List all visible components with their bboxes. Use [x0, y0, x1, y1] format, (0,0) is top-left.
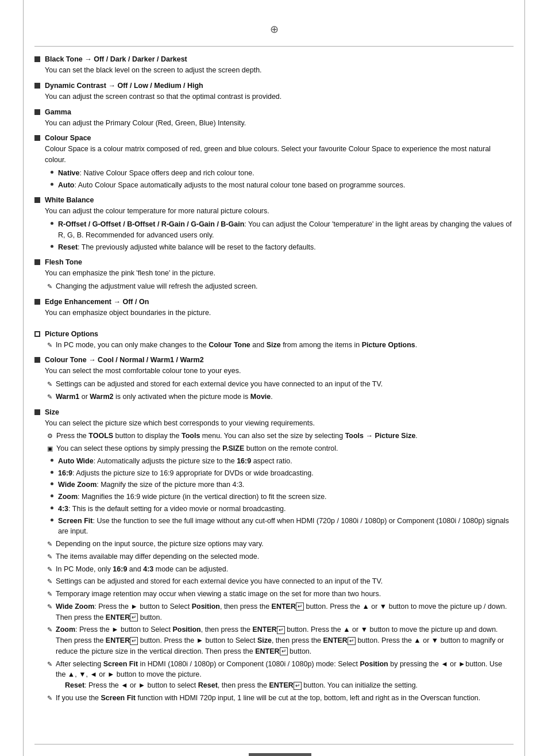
- list-item: 4:3: This is the default setting for a v…: [51, 504, 514, 515]
- body-text: You can emphasize the pink 'flesh tone' …: [45, 268, 514, 279]
- bullet-text: Zoom: Magnifies the 16:9 wide picture (i…: [58, 492, 327, 502]
- bullet-icon: [34, 135, 40, 141]
- list-item: Zoom: Magnifies the 16:9 wide picture (i…: [51, 492, 514, 502]
- circle-bullet: [51, 471, 53, 474]
- body-text: You can select the most comfortable colo…: [45, 366, 514, 377]
- colour-space-bullets: Native: Native Colour Space offers deep …: [45, 168, 514, 191]
- note-item: ✎ The items available may differ dependi…: [45, 551, 514, 562]
- body-text: You can adjust the Primary Colour (Red, …: [45, 118, 514, 129]
- note-item: ✎ In PC Mode, only 16:9 and 4:3 mode can…: [45, 564, 514, 575]
- note-text: Settings can be adjusted and stored for …: [56, 576, 383, 587]
- note-text: In PC mode, you can only make changes to…: [56, 340, 417, 351]
- section-white-balance: White Balance You can adjust the colour …: [34, 196, 514, 252]
- note-text: Wide Zoom: Press the ► button to Select …: [56, 601, 514, 623]
- section-size: Size You can select the picture size whi…: [34, 408, 514, 704]
- note-text: Warm1 or Warm2 is only activated when th…: [56, 392, 273, 402]
- note-item: ✎ Zoom: Press the ► button to Select Pos…: [45, 624, 514, 657]
- section-title: Gamma: [45, 108, 71, 116]
- list-item: Auto: Auto Colour Space automatically ad…: [51, 180, 514, 191]
- section-picture-options: Picture Options ✎ In PC mode, you can on…: [34, 330, 514, 351]
- circle-bullet: [51, 183, 53, 186]
- circle-bullet: [51, 519, 53, 521]
- note-text: If you use the Screen Fit function with …: [56, 693, 480, 704]
- bullet-text: R-Offset / G-Offset / B-Offset / R-Gain …: [58, 219, 514, 241]
- bullet-icon: [34, 197, 40, 203]
- white-balance-bullets: R-Offset / G-Offset / B-Offset / R-Gain …: [45, 219, 514, 252]
- bullet-icon: [34, 109, 40, 115]
- section-title: Dynamic Contrast → Off / Low / Medium / …: [45, 82, 203, 90]
- section-title: Size: [45, 408, 59, 416]
- bullet-text: Native: Native Colour Space offers deep …: [58, 168, 254, 179]
- note-item: ✎ Settings can be adjusted and stored fo…: [45, 379, 514, 390]
- section-title: Black Tone → Off / Dark / Darker / Darke…: [45, 55, 187, 63]
- section-title: Flesh Tone: [45, 258, 82, 266]
- note-icon: ✎: [47, 340, 52, 350]
- margin-line-right: [524, 0, 525, 756]
- bullet-text: Auto Wide: Automatically adjusts the pic…: [58, 456, 292, 467]
- note-icon: ✎: [47, 577, 52, 586]
- bullet-text: Wide Zoom: Magnify the size of the pictu…: [58, 479, 244, 490]
- note-icon: ✎: [47, 552, 52, 562]
- note-icon: ✎: [47, 565, 52, 574]
- note-item: ✎ If you use the Screen Fit function wit…: [45, 693, 514, 704]
- note-icon: ✎: [47, 539, 52, 549]
- section-dynamic-contrast: Dynamic Contrast → Off / Low / Medium / …: [34, 82, 514, 102]
- page-footer: BN68_02274A_Eng.indd 13 English - 13 200…: [0, 753, 548, 757]
- note-text: Press the TOOLS button to display the To…: [56, 431, 418, 442]
- top-line: [34, 46, 514, 47]
- circle-bullet: [51, 482, 53, 485]
- top-decoration: ⊕: [34, 23, 514, 36]
- bullet-text: Auto: Auto Colour Space automatically ad…: [58, 180, 405, 191]
- list-item: Reset: The previously adjusted white bal…: [51, 242, 514, 253]
- remote-icon: ▣: [47, 444, 53, 454]
- list-item: Screen Fit: Use the function to see the …: [51, 516, 514, 538]
- note-text: The items available may differ depending…: [56, 551, 259, 562]
- note-icon: ✎: [47, 589, 52, 599]
- list-item: Wide Zoom: Magnify the size of the pictu…: [51, 479, 514, 490]
- list-item: R-Offset / G-Offset / B-Offset / R-Gain …: [51, 219, 514, 241]
- note-item: ✎ Warm1 or Warm2 is only activated when …: [45, 392, 514, 402]
- section-title: Edge Enhancement → Off / On: [45, 298, 149, 306]
- note-text: Zoom: Press the ► button to Select Posit…: [56, 624, 514, 657]
- note-text: Temporary image retention may occur when…: [56, 589, 381, 600]
- bullet-icon: [34, 83, 40, 89]
- note-item: ✎ Changing the adjustment value will ref…: [45, 281, 514, 292]
- body-text: You can adjust the colour temperature fo…: [45, 206, 514, 217]
- section-colour-tone: Colour Tone → Cool / Normal / Warm1 / Wa…: [34, 356, 514, 402]
- note-text: Settings can be adjusted and stored for …: [56, 379, 383, 390]
- bottom-line: [34, 744, 514, 745]
- note-icon: ✎: [47, 379, 52, 389]
- bullet-text: Screen Fit: Use the function to see the …: [58, 516, 514, 538]
- body-text: Colour Space is a colour matrix composed…: [45, 144, 514, 166]
- body-text: You can set the black level on the scree…: [45, 65, 514, 76]
- note-text: After selecting Screen Fit in HDMI (1080…: [56, 659, 514, 691]
- remote-note: ▣ You can select these options by simply…: [45, 443, 514, 454]
- circle-bullet: [51, 494, 53, 497]
- note-text: In PC Mode, only 16:9 and 4:3 mode can b…: [56, 564, 228, 575]
- tools-note: ⚙ Press the TOOLS button to display the …: [45, 431, 514, 442]
- note-icon: ✎: [47, 602, 52, 612]
- section-title: Colour Space: [45, 134, 91, 142]
- bullet-text: Reset: The previously adjusted white bal…: [58, 242, 316, 253]
- note-item: ✎ Wide Zoom: Press the ► button to Selec…: [45, 601, 514, 623]
- hollow-bullet-icon: [34, 331, 40, 337]
- bullet-text: 4:3: This is the default setting for a v…: [58, 504, 286, 515]
- section-edge-enhancement: Edge Enhancement → Off / On You can emph…: [34, 298, 514, 318]
- body-text: You can adjust the screen contrast so th…: [45, 91, 514, 102]
- note-item: ✎ Depending on the input source, the pic…: [45, 539, 514, 550]
- section-flesh-tone: Flesh Tone You can emphasize the pink 'f…: [34, 258, 514, 292]
- note-icon: ✎: [47, 693, 52, 703]
- note-icon: ✎: [47, 659, 52, 669]
- margin-line-left: [23, 0, 24, 756]
- circle-bullet: [51, 171, 53, 174]
- page-container: ⊕ Black Tone → Off / Dark / Darker / Dar…: [0, 0, 548, 756]
- tools-icon: ⚙: [47, 431, 53, 441]
- section-colour-space: Colour Space Colour Space is a colour ma…: [34, 134, 514, 190]
- note-item: ✎ Temporary image retention may occur wh…: [45, 589, 514, 600]
- section-gamma: Gamma You can adjust the Primary Colour …: [34, 108, 514, 129]
- body-text: You can select the picture size which be…: [45, 418, 514, 429]
- circle-bullet: [51, 222, 53, 225]
- list-item: Auto Wide: Automatically adjusts the pic…: [51, 456, 514, 467]
- note-item: ✎ Settings can be adjusted and stored fo…: [45, 576, 514, 587]
- bullet-icon: [34, 357, 40, 363]
